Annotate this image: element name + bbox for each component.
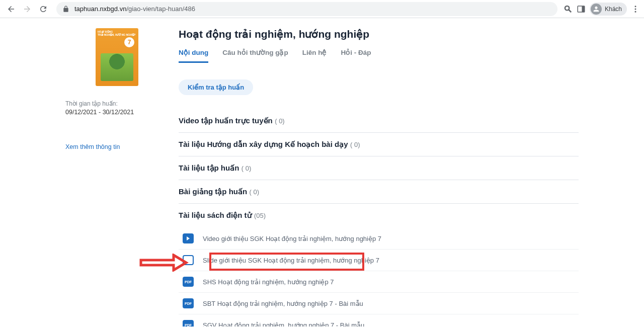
tabs: Nội dung Câu hỏi thường gặp Liên hệ Hỏi … (179, 48, 579, 63)
tab-hoi-dap[interactable]: Hỏi - Đáp (341, 48, 371, 63)
list-item[interactable]: Slide giới thiệu SGK Hoạt động trải nghi… (179, 250, 579, 271)
back-button[interactable] (4, 2, 18, 16)
section-video-online[interactable]: Video tập huấn trực tuyến ( 0) (179, 109, 579, 133)
sidebar: HOẠT ĐỘNG TRẢI NGHIỆM, HƯỚNG NGHIỆP Thời… (65, 28, 148, 326)
panel-icon[interactable] (577, 5, 586, 14)
training-period-value: 09/12/2021 - 30/12/2021 (65, 109, 148, 116)
list-item[interactable]: PDF SGV Hoạt động trải nghiệm, hướng ngh… (179, 314, 579, 326)
lock-icon (62, 6, 69, 13)
zoom-icon[interactable] (564, 5, 573, 14)
address-bar[interactable]: taphuan.nxbgd.vn/giao-vien/tap-huan/486 (56, 2, 557, 16)
guest-label: Khách (605, 6, 622, 13)
page-viewport: HOẠT ĐỘNG TRẢI NGHIỆM, HƯỚNG NGHIỆP Thời… (0, 18, 644, 326)
tab-faq[interactable]: Câu hỏi thường gặp (222, 48, 288, 63)
browser-toolbar: taphuan.nxbgd.vn/giao-vien/tap-huan/486 … (0, 0, 644, 18)
svg-rect-3 (582, 6, 584, 12)
tab-noi-dung[interactable]: Nội dung (179, 48, 208, 63)
guest-profile[interactable]: Khách (590, 3, 627, 16)
main-content: Hoạt động trải nghiệm, hướng nghiệp Nội … (179, 28, 579, 326)
reload-button[interactable] (36, 2, 50, 16)
svg-point-5 (635, 8, 636, 10)
section-training-lectures[interactable]: Bài giảng tập huấn ( 0) (179, 180, 579, 204)
section-training-docs[interactable]: Tài liệu tập huấn ( 0) (179, 156, 579, 180)
slide-icon (183, 255, 194, 265)
url-text: taphuan.nxbgd.vn/giao-vien/tap-huan/486 (74, 5, 195, 13)
more-info-link[interactable]: Xem thêm thông tin (65, 143, 120, 150)
pdf-icon: PDF (183, 277, 194, 287)
list-item[interactable]: PDF SHS Hoạt động trải nghiệm, hướng ngh… (179, 271, 579, 293)
svg-point-4 (635, 6, 636, 7)
section-ebooks: Tài liệu sách điện tử (05) Video giới th… (179, 204, 579, 326)
video-icon (183, 233, 194, 243)
list-item[interactable]: Video giới thiệu SGK Hoạt động trải nghi… (179, 228, 579, 250)
forward-button[interactable] (20, 2, 34, 16)
avatar-icon (591, 4, 602, 15)
exam-button[interactable]: Kiểm tra tập huấn (179, 79, 253, 95)
section-lesson-plan[interactable]: Tài liệu Hướng dẫn xây dựng Kế hoạch bài… (179, 133, 579, 156)
list-item[interactable]: PDF SBT Hoạt động trải nghiệm, hướng ngh… (179, 293, 579, 314)
pdf-icon: PDF (183, 320, 194, 326)
svg-point-6 (635, 11, 636, 12)
tab-lien-he[interactable]: Liên hệ (302, 48, 327, 63)
training-period-label: Thời gian tập huấn: (65, 100, 148, 107)
pdf-icon: PDF (183, 298, 194, 308)
page-title: Hoạt động trải nghiệm, hướng nghiệp (179, 28, 579, 40)
book-cover[interactable]: HOẠT ĐỘNG TRẢI NGHIỆM, HƯỚNG NGHIỆP (96, 28, 138, 86)
kebab-menu-icon[interactable] (631, 5, 640, 14)
